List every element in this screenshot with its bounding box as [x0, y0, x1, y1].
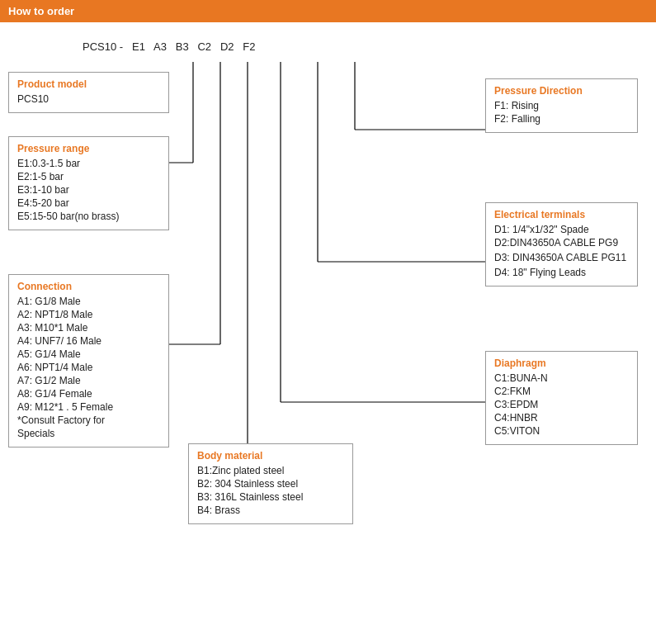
electrical-item-3: D4: 18" Flying Leads [494, 267, 629, 278]
connection-item-4: A5: G1/4 Male [17, 348, 160, 360]
connection-item-9: *Consult Factory for [17, 414, 160, 426]
pressure-range-title: Pressure range [17, 143, 160, 154]
connection-box: Connection A1: G1/8 Male A2: NPT1/8 Male… [8, 274, 169, 447]
diaphragm-item-4: C5:VITON [494, 425, 629, 437]
electrical-terminals-title: Electrical terminals [494, 209, 629, 220]
main-container: PCS10 - E1 A3 B3 C2 D2 F2 Product model … [0, 22, 656, 635]
product-model-box: Product model PCS10 [8, 72, 169, 113]
pressure-direction-box: Pressure Direction F1: Rising F2: Fallin… [485, 78, 638, 133]
connection-item-6: A7: G1/2 Male [17, 375, 160, 386]
pressure-direction-title: Pressure Direction [494, 85, 629, 97]
electrical-item-1: D2:DIN43650A CABLE PG9 [494, 237, 629, 249]
electrical-item-0: D1: 1/4"x1/32" Spade [494, 224, 629, 235]
diaphragm-title: Diaphragm [494, 358, 629, 369]
diaphragm-item-3: C4:HNBR [494, 412, 629, 424]
body-material-item-2: B3: 316L Stainless steel [197, 491, 344, 503]
pressure-range-item-3: E4:5-20 bar [17, 197, 160, 209]
pressure-range-box: Pressure range E1:0.3-1.5 bar E2:1-5 bar… [8, 136, 169, 230]
body-material-item-0: B1:Zinc plated steel [197, 465, 344, 476]
body-material-item-3: B4: Brass [197, 504, 344, 516]
pressure-range-item-4: E5:15-50 bar(no brass) [17, 211, 160, 222]
diaphragm-item-1: C2:FKM [494, 386, 629, 397]
product-model-item-0: PCS10 [17, 93, 160, 105]
pressure-direction-item-1: F2: Falling [494, 113, 629, 125]
electrical-terminals-box: Electrical terminals D1: 1/4"x1/32" Spad… [485, 202, 638, 286]
connection-item-5: A6: NPT1/4 Male [17, 362, 160, 373]
connection-item-7: A8: G1/4 Female [17, 388, 160, 400]
product-model-title: Product model [17, 78, 160, 90]
connection-item-2: A3: M10*1 Male [17, 322, 160, 334]
connection-item-8: A9: M12*1 . 5 Female [17, 401, 160, 413]
part-code-display: PCS10 - E1 A3 B3 C2 D2 F2 [83, 40, 256, 53]
connection-title: Connection [17, 281, 160, 292]
body-material-item-1: B2: 304 Stainless steel [197, 478, 344, 490]
connection-item-0: A1: G1/8 Male [17, 296, 160, 307]
pressure-range-item-1: E2:1-5 bar [17, 171, 160, 182]
diaphragm-item-2: C3:EPDM [494, 399, 629, 410]
connection-item-1: A2: NPT1/8 Male [17, 309, 160, 320]
body-material-title: Body material [197, 450, 344, 462]
header-title: How to order [8, 5, 74, 17]
pressure-range-item-0: E1:0.3-1.5 bar [17, 158, 160, 169]
electrical-item-2: D3: DIN43650A CABLE PG11 [494, 252, 629, 263]
connection-item-10: Specials [17, 428, 160, 439]
body-material-box: Body material B1:Zinc plated steel B2: 3… [188, 443, 353, 524]
pressure-range-item-2: E3:1-10 bar [17, 184, 160, 196]
diaphragm-item-0: C1:BUNA-N [494, 372, 629, 384]
diaphragm-box: Diaphragm C1:BUNA-N C2:FKM C3:EPDM C4:HN… [485, 351, 638, 445]
pressure-direction-item-0: F1: Rising [494, 100, 629, 111]
page-header: How to order [0, 0, 656, 22]
connection-item-3: A4: UNF7/ 16 Male [17, 335, 160, 347]
